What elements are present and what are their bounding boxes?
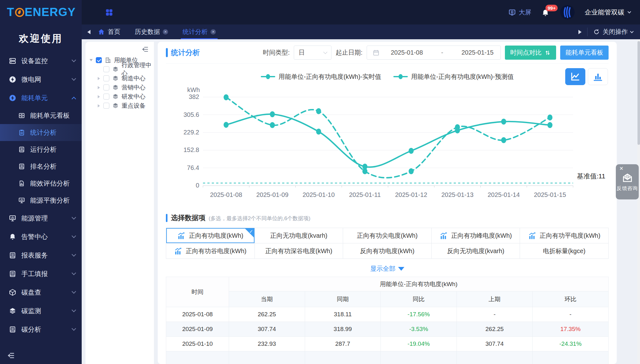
sidebar-item-energy-management[interactable]: 能源管理 [0, 209, 82, 227]
scrollbar-thumb[interactable] [637, 41, 640, 145]
energy-board-button[interactable]: 能耗单元看板 [560, 46, 609, 60]
sidebar-item-microgrid[interactable]: 微电网 [0, 70, 82, 89]
sidebar-item-report-service[interactable]: 报表服务 [0, 246, 82, 264]
data-item-button-7[interactable]: 反向有功电度(kWh) [343, 243, 432, 259]
apps-grid-icon[interactable] [105, 8, 113, 17]
layers-icon [112, 84, 119, 91]
data-item-button-2[interactable]: 正向有功尖电度(kWh) [343, 228, 432, 243]
tab-bar: 首页历史数据✕统计分析✕ 关闭操作 [82, 24, 640, 39]
col-header: 同比 [381, 291, 457, 307]
notification-bell[interactable]: 99+ [541, 8, 550, 17]
tabs-scroll-right-icon[interactable] [578, 30, 582, 34]
tree-checkbox[interactable] [96, 57, 102, 63]
user-avatar[interactable] [560, 5, 575, 19]
caret-right-icon[interactable] [98, 95, 100, 98]
line-chart-toggle[interactable] [565, 68, 585, 85]
show-all-button[interactable]: 显示全部 [166, 264, 609, 273]
col-header: 同期 [305, 291, 381, 307]
sidebar-item-ranking-analysis[interactable]: 排名分析 [0, 158, 82, 175]
data-item-button-0[interactable]: 正向有功电度(kWh)✓ [166, 228, 255, 243]
tree-collapse-icon[interactable] [141, 46, 149, 53]
tree-checkbox[interactable] [103, 103, 109, 109]
sidebar-item-carbon-analysis[interactable]: 碳分析 [0, 320, 82, 339]
tree-checkbox[interactable] [103, 94, 109, 100]
bar-chart-toggle[interactable] [588, 68, 608, 85]
tree-node-key-equipment[interactable]: 重点设备 [87, 101, 153, 110]
svg-text:2025-01-09: 2025-01-09 [256, 191, 288, 198]
sidebar-item-operation-analysis[interactable]: 运行分析 [0, 141, 82, 158]
feedback-widget[interactable]: ✕ 反馈咨询 [616, 164, 639, 199]
sidebar-item-carbon-monitor[interactable]: 碳监测 [0, 302, 82, 320]
legend-item-0[interactable]: 用能单位-正向有功电度(kWh)-实时值 [261, 73, 381, 81]
sidebar-item-label: 能耗单元 [21, 94, 48, 102]
tab-close-icon[interactable]: ✕ [163, 29, 168, 35]
sidebar-collapse-icon[interactable] [7, 351, 15, 360]
sidebar-item-energy-unit[interactable]: 能耗单元 [0, 89, 82, 107]
sidebar-item-manual-report[interactable]: 手工填报 [0, 264, 82, 283]
analysis-panel: 统计分析 时间类型: 日 起止日期: 2025-01-08 - 2025-01-… [158, 42, 617, 364]
tab-list: 首页历史数据✕统计分析✕ [90, 24, 223, 39]
sidebar-menu: 设备监控微电网能耗单元能耗单元看板统计分析运行分析排名分析能效评估分析能源平衡分… [0, 52, 82, 339]
caret-right-icon[interactable] [98, 104, 100, 107]
big-screen-button[interactable]: 大屏 [508, 8, 531, 17]
col-header-time: 时间 [166, 277, 229, 307]
tree-node-rd-center[interactable]: 研发中心 [87, 92, 153, 101]
layers-icon [112, 93, 119, 100]
table-row-partial [166, 351, 609, 364]
date-range-picker[interactable]: 2025-01-08 - 2025-01-15 [367, 46, 501, 60]
data-item-button-4[interactable]: 正向有功平电度(kWh) [520, 228, 609, 243]
caret-right-icon[interactable] [98, 77, 100, 80]
data-item-button-6[interactable]: 正向有功深谷电度(kWh) [255, 243, 343, 259]
date-range-label: 起止日期: [336, 48, 363, 57]
data-item-button-1[interactable]: 正向无功电度(kvarh) [255, 228, 343, 243]
tab-close-icon[interactable]: ✕ [211, 29, 216, 35]
scrollbar-track[interactable] [637, 39, 640, 364]
tree-node-manufacturing-center[interactable]: 制造中心 [87, 74, 153, 83]
legend-item-1[interactable]: 用能单位-正向有功电度(kWh)-预测值 [393, 73, 514, 81]
sidebar-item-energy-unit-board[interactable]: 能耗单元看板 [0, 107, 82, 124]
tab-history-data[interactable]: 历史数据✕ [135, 24, 168, 39]
caret-right-icon[interactable] [98, 86, 100, 89]
col-header: 环比 [533, 291, 609, 307]
tree-checkbox[interactable] [103, 75, 109, 81]
sidebar-item-efficiency-evaluation[interactable]: 能效评估分析 [0, 175, 82, 192]
data-item-button-3[interactable]: 正向有功峰电度(kWh) [432, 228, 520, 243]
table-row[interactable]: 2025-01-08262.25318.11-17.56%-- [166, 307, 609, 322]
mini-chart-icon [440, 231, 448, 240]
cell-value: -24.31% [533, 337, 609, 351]
data-item-button-5[interactable]: 正向有功谷电度(kWh) [166, 243, 255, 259]
close-operations-dropdown[interactable]: 关闭操作 [593, 28, 633, 36]
table-row[interactable]: 2025-01-09307.74318.99-3.53%262.2517.35% [166, 322, 609, 337]
feedback-mail-icon [621, 172, 633, 184]
sidebar-item-energy-balance[interactable]: 能源平衡分析 [0, 192, 82, 209]
logo-text-t: T [7, 6, 14, 19]
page-title: 统计分析 [166, 48, 200, 57]
tree-checkbox[interactable] [103, 84, 109, 90]
sidebar-item-alarm-center[interactable]: 告警中心 [0, 227, 82, 246]
cell-value: -17.56% [381, 307, 457, 322]
sidebar-item-device-monitor[interactable]: 设备监控 [0, 52, 82, 70]
data-item-button-8[interactable]: 反向无功电度(kvarh) [432, 243, 520, 259]
close-icon[interactable]: ✕ [619, 166, 623, 171]
tab-statistical-analysis[interactable]: 统计分析✕ [183, 24, 216, 39]
tabs-scroll-left-icon[interactable] [87, 30, 90, 34]
logo-flame-icon [15, 8, 24, 17]
cube-icon [9, 289, 16, 296]
tab-home[interactable]: 首页 [98, 24, 120, 39]
time-compare-button[interactable]: 时间点对比 [505, 46, 556, 60]
legend-label: 用能单位-正向有功电度(kWh)-预测值 [411, 73, 514, 81]
tree-node-admin-center[interactable]: 行政管理中心 [87, 65, 153, 74]
table-row[interactable]: 2025-01-10232.93287.7-19.04%307.74-24.31… [166, 337, 609, 351]
book-icon [18, 163, 25, 170]
filter-bar: 时间类型: 日 起止日期: 2025-01-08 - 2025-01-15 时间… [263, 46, 609, 60]
sidebar-item-statistical-analysis[interactable]: 统计分析 [0, 124, 82, 141]
data-item-button-9[interactable]: 电折标量(kgce) [520, 243, 609, 259]
tree-checkbox[interactable] [103, 66, 109, 72]
sidebar-item-carbon-inventory[interactable]: 碳盘查 [0, 283, 82, 302]
cell-value: 262.25 [457, 322, 533, 337]
caret-down-icon[interactable] [90, 59, 93, 61]
chevron-down-icon [323, 50, 327, 54]
time-type-select[interactable]: 日 [294, 46, 331, 60]
org-switcher[interactable]: 企业能管双碳 [585, 8, 631, 17]
tree-node-marketing-center[interactable]: 营销中心 [87, 83, 153, 92]
